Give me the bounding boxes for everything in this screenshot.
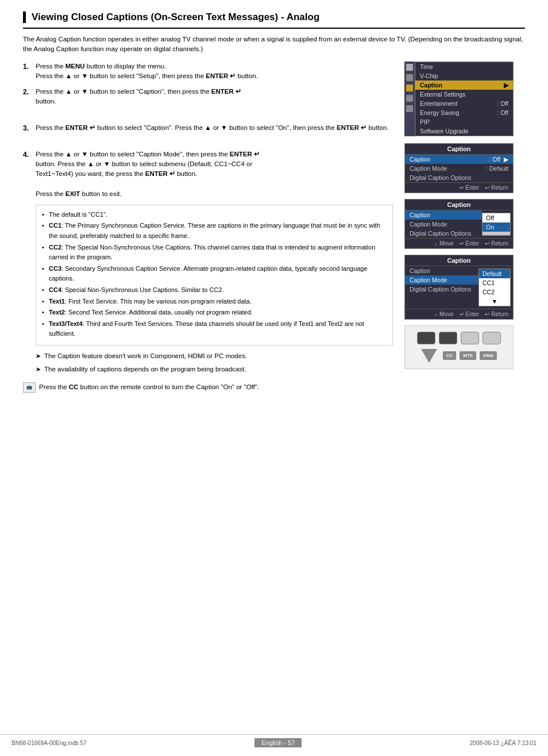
setup-menu: Time V-Chip Caption ▶ External Settings … [404,62,525,136]
note-item: Text1: First Text Service. This may be v… [42,297,387,307]
step-3-number: 3. [23,123,36,133]
sidebar-icon-4 [406,95,413,102]
dropdown-arrow: ▼ [479,297,510,306]
caption-row-3-mode: Caption Mode [405,275,478,285]
dropdown-cc2: CC2 [479,287,510,297]
dropdown-default: Default [479,269,510,278]
page-title: Viewing Closed Captions (On-Screen Text … [23,11,525,23]
caption-menu-1-title: Caption [405,144,513,155]
dropdown-off: Off [483,213,510,222]
note-item: Text3/Text4: Third and Fourth Text Servi… [42,319,387,339]
remote-mts-btn: MTS [460,351,476,360]
caption-row-2-caption: Caption [405,210,482,220]
caption-row-3-caption: Caption [405,266,478,275]
step-3: 3. Press the ENTER ↵ button to select "C… [23,123,393,133]
caption-menu-1-footer: ↵ Enter ↩ Return [405,182,513,193]
note-item: The default is "CC1". [42,210,387,220]
remote-icon: 📺 [23,382,36,393]
notes-box: The default is "CC1". CC1: The Primary S… [36,205,393,346]
menu-row-time: Time [415,62,513,71]
dropdown-on: On [483,222,510,232]
caption-row-1-caption: Caption: Off ▶ [405,155,513,164]
footer-left: BN68-01669A-00Eng.indb 57 [11,740,87,746]
sidebar-icon-5 [406,105,413,112]
caption-row-1-mode: Caption Mode: Default [405,164,513,173]
footer-right: 2008-06-13 ¿ÁÊÀ 7:13:01 [470,740,537,746]
step-4-content: Press the ▲ or ▼ button to select "Capti… [36,149,393,199]
remote-top-buttons [417,332,501,344]
caption-row-3-digital: Digital Caption Options [405,285,478,294]
caption-menu-2-footer: ⬦ Move ↵ Enter ↩ Return [405,238,513,248]
step-1: 1. Press the MENU button to display the … [23,62,393,82]
menu-row-vchip: V-Chip [415,71,513,80]
caption-row-1-digital: Digital Caption Options [405,173,513,182]
footer-center: English - 57 [254,738,302,747]
remote-btn-1 [417,332,435,344]
arrow-note-1: The Caption feature doesn't work in Comp… [36,351,393,361]
remote-image: CC MTS DMA [404,325,514,369]
remote-btn-3 [461,332,479,344]
caption-menu-2: Caption Caption Caption Mode Digital Cap… [404,199,514,249]
menu-row-caption: Caption ▶ [415,80,513,90]
remote-dma-btn: DMA [480,351,497,360]
sidebar-icon-2 [406,74,413,81]
dropdown-cc1: CC1 [479,278,510,287]
caption-row-2-digital: Digital Caption Options [405,229,482,238]
remote-triangle [421,349,437,363]
remote-cc-btn: CC [443,351,457,360]
sidebar-icon-3 [406,85,413,91]
step-2-content: Press the ▲ or ▼ button to select "Capti… [36,87,393,107]
cc-note: 📺 Press the CC button on the remote cont… [23,382,393,393]
remote-btn-4 [483,332,501,344]
intro-text: The Analog Caption function operates in … [23,34,525,55]
page-footer: BN68-01669A-00Eng.indb 57 English - 57 2… [0,734,548,747]
step-4: 4. Press the ▲ or ▼ button to select "Ca… [23,149,393,199]
arrow-note-2: The availability of captions depends on … [36,364,393,374]
remote-btn-2 [439,332,457,344]
menu-row-energy: Energy Saving: Off [415,108,513,117]
menu-row-software: Software Upgrade [415,126,513,136]
caption-menu-1: Caption Caption: Off ▶ Caption Mode: Def… [404,143,514,193]
step-1-number: 1. [23,62,36,82]
menu-row-external: External Settings [415,90,513,99]
note-item: CC1: The Primary Synchronous Caption Ser… [42,221,387,241]
menu-row-pip: PIP [415,117,513,126]
step-3-content: Press the ENTER ↵ button to select "Capt… [36,123,393,133]
remote-bottom: CC MTS DMA [421,349,497,363]
step-4-number: 4. [23,149,36,199]
note-item: Text2: Second Text Service. Additional d… [42,308,387,318]
step-1-content: Press the MENU button to display the men… [36,62,393,82]
note-item: CC3: Secondary Synchronous Caption Servi… [42,264,387,284]
step-2: 2. Press the ▲ or ▼ button to select "Ca… [23,87,393,107]
note-item: CC4: Special Non-Synchronous Use Caption… [42,285,387,296]
caption-menu-3-footer: ⬦ Move ↵ Enter ↩ Return [405,309,513,319]
caption-menu-2-title: Caption [405,199,513,210]
note-item: CC2: The Special Non-Synchronous Use Cap… [42,243,387,263]
caption-menu-3: Caption Caption Caption Mode Digital Cap… [404,255,514,320]
caption-row-2-mode: Caption Mode [405,220,482,229]
caption-menu-3-title: Caption [405,255,513,266]
menu-row-entertainment: Entertainment: Off [415,99,513,108]
step-2-number: 2. [23,87,36,107]
sidebar-icon-1 [406,64,413,71]
